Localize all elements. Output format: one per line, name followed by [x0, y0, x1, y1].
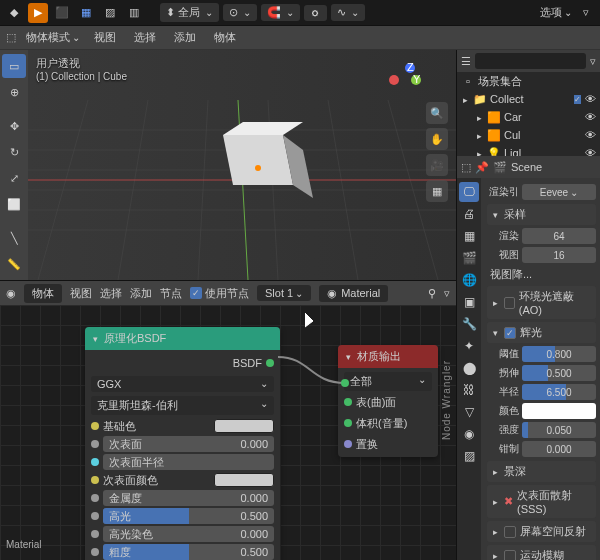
slot-dropdown[interactable]: Slot 1	[257, 285, 311, 301]
particle-tab[interactable]: ✦	[459, 336, 479, 356]
node-editor-canvas[interactable]: 原理化BSDF BSDF GGX 克里斯坦森-伯利 基础色次表面0.000次表面…	[0, 305, 456, 560]
scale-tool[interactable]: ⤢	[2, 166, 26, 190]
pivot-dropdown[interactable]: ⊙	[223, 4, 257, 21]
outliner-type-icon[interactable]: ☰	[461, 55, 471, 68]
node-menu-select[interactable]: 选择	[100, 286, 122, 301]
output-tab[interactable]: 🖨	[459, 204, 479, 224]
node-menu-node[interactable]: 节点	[160, 286, 182, 301]
persp-icon[interactable]: ▦	[426, 180, 448, 202]
scene-tab[interactable]: 🎬	[459, 248, 479, 268]
options-dropdown[interactable]: 选项	[540, 5, 572, 20]
node-menu-view[interactable]: 视图	[70, 286, 92, 301]
bloom-拐伸[interactable]: 拐伸0.500	[487, 364, 596, 382]
outliner-row[interactable]: 💡Ligl👁	[457, 144, 600, 156]
menu-select[interactable]: 选择	[130, 28, 160, 47]
props-pin-icon[interactable]: 📌	[475, 161, 489, 174]
axis-gizmo[interactable]: Z Y	[380, 58, 420, 98]
solid-shade-icon[interactable]: ⬛	[52, 3, 72, 23]
socket-基础色[interactable]: 基础色	[91, 417, 274, 435]
render-tab[interactable]: 🖵	[459, 182, 479, 202]
snap-dropdown[interactable]: 🧲	[261, 4, 300, 21]
props-editor-icon[interactable]: ⬚	[461, 161, 471, 174]
constraint-tab[interactable]: ⛓	[459, 380, 479, 400]
pin-icon[interactable]: ⚲	[428, 287, 436, 300]
outliner-row[interactable]: 📁Collect✓👁	[457, 90, 600, 108]
sss-method-dropdown[interactable]: 克里斯坦森-伯利	[91, 396, 274, 415]
modifier-tab[interactable]: 🔧	[459, 314, 479, 334]
measure-tool[interactable]: 📏	[2, 252, 26, 276]
wire-shade-icon[interactable]: ▦	[76, 3, 96, 23]
rotate-tool[interactable]: ↻	[2, 140, 26, 164]
panel-header[interactable]: 景深	[487, 461, 596, 482]
viewport-samples[interactable]: 16	[522, 247, 596, 263]
shade2-icon[interactable]: ▥	[124, 3, 144, 23]
texture-tab[interactable]: ▨	[459, 446, 479, 466]
cursor-tool[interactable]: ⊕	[2, 80, 26, 104]
outliner-root[interactable]: 场景集合	[478, 74, 522, 89]
render-samples[interactable]: 64	[522, 228, 596, 244]
3d-viewport[interactable]: 用户透视 (1) Collection | Cube Z Y 🔍 ✋ 🎥 ▦	[28, 50, 456, 280]
panel-header[interactable]: ✖次表面散射 (SSS)	[487, 485, 596, 518]
bloom-阈值[interactable]: 阈值0.800	[487, 345, 596, 363]
menu-view[interactable]: 视图	[90, 28, 120, 47]
socket-金属度[interactable]: 金属度0.000	[91, 489, 274, 507]
outliner-row[interactable]: 🟧Cul👁	[457, 126, 600, 144]
proportional-falloff[interactable]: ∿	[331, 4, 365, 21]
orientation-dropdown[interactable]: ⬍ 全局	[160, 3, 219, 22]
bloom-半径[interactable]: 半径6.500	[487, 383, 596, 401]
use-nodes-checkbox[interactable]: ✓使用节点	[190, 286, 249, 301]
bloom-颜色[interactable]: 颜色	[487, 402, 596, 420]
outliner-filter-icon[interactable]: ▿	[590, 55, 596, 68]
scene-name[interactable]: Scene	[511, 161, 596, 173]
node-shader-type[interactable]: 物体	[24, 284, 62, 303]
move-tool[interactable]: ✥	[2, 114, 26, 138]
bloom-panel-header[interactable]: ✓辉光	[487, 322, 596, 343]
ao-panel-header[interactable]: 环境光遮蔽 (AO)	[487, 286, 596, 319]
annotate-tool[interactable]: ╲	[2, 226, 26, 250]
material-tab[interactable]: ◉	[459, 424, 479, 444]
node-editor-type-icon[interactable]: ◉	[6, 287, 16, 300]
shade-icon[interactable]: ▨	[100, 3, 120, 23]
material-datablock[interactable]: ◉Material	[319, 285, 388, 302]
outliner-search[interactable]	[475, 53, 586, 69]
engine-dropdown[interactable]: Eevee	[522, 184, 596, 200]
outliner-row[interactable]: 🟧Car👁	[457, 108, 600, 126]
socket-次表面半径[interactable]: 次表面半径	[91, 453, 274, 471]
node-header[interactable]: 原理化BSDF	[85, 327, 280, 350]
world-tab[interactable]: 🌐	[459, 270, 479, 290]
view-tab[interactable]: ▦	[459, 226, 479, 246]
output-target-dropdown[interactable]: 全部	[344, 372, 432, 391]
proportional-icon[interactable]: ⭘	[304, 5, 327, 21]
mode-dropdown[interactable]: 物体模式	[26, 30, 80, 45]
node-overlay-icon[interactable]: ▿	[444, 287, 450, 300]
menu-add[interactable]: 添加	[170, 28, 200, 47]
socket-高光[interactable]: 高光0.500	[91, 507, 274, 525]
select-box-tool[interactable]: ▭	[2, 54, 26, 78]
socket-粗度[interactable]: 粗度0.500	[91, 543, 274, 560]
menu-object[interactable]: 物体	[210, 28, 240, 47]
filter-icon[interactable]: ▿	[576, 3, 596, 23]
panel-header[interactable]: 运动模糊	[487, 545, 596, 560]
socket-高光染色[interactable]: 高光染色0.000	[91, 525, 274, 543]
camera-icon[interactable]: 🎥	[426, 154, 448, 176]
socket-次表面颜色[interactable]: 次表面颜色	[91, 471, 274, 489]
bloom-钳制[interactable]: 钳制0.000	[487, 440, 596, 458]
distribution-dropdown[interactable]: GGX	[91, 376, 274, 392]
editor-type-icon[interactable]: ⬚	[6, 31, 16, 44]
transform-tool[interactable]: ⬜	[2, 192, 26, 216]
side-panel-tab[interactable]: Node Wrangler	[441, 360, 452, 440]
bloom-强度[interactable]: 强度0.050	[487, 421, 596, 439]
zoom-icon[interactable]: 🔍	[426, 102, 448, 124]
data-tab[interactable]: ▽	[459, 402, 479, 422]
node-material-output[interactable]: 材质输出 全部 表(曲)面 体积(音量) 置换	[338, 345, 438, 457]
node-principled-bsdf[interactable]: 原理化BSDF BSDF GGX 克里斯坦森-伯利 基础色次表面0.000次表面…	[85, 327, 280, 560]
socket-次表面[interactable]: 次表面0.000	[91, 435, 274, 453]
node-menu-add[interactable]: 添加	[130, 286, 152, 301]
pan-icon[interactable]: ✋	[426, 128, 448, 150]
node-header[interactable]: 材质输出	[338, 345, 438, 368]
physics-tab[interactable]: ⬤	[459, 358, 479, 378]
object-tab[interactable]: ▣	[459, 292, 479, 312]
sampling-panel-header[interactable]: 采样	[487, 204, 596, 225]
play-icon[interactable]: ▶	[28, 3, 48, 23]
panel-header[interactable]: 屏幕空间反射	[487, 521, 596, 542]
